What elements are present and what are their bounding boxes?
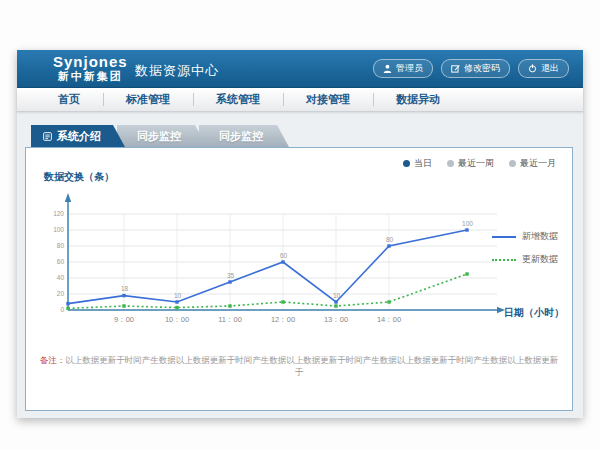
data-point (281, 300, 284, 303)
data-point (465, 272, 468, 275)
admin-user-label: 管理员 (396, 62, 423, 75)
logout-button[interactable]: 退出 (518, 59, 569, 78)
x-tick-label: 14：00 (377, 315, 401, 324)
data-point (228, 280, 231, 283)
x-tick-label: 12：00 (271, 315, 295, 324)
range-option-today-label: 当日 (414, 157, 432, 170)
page: Synjones 新中新集团 数据资源中心 管理员 修改密码 (0, 0, 600, 450)
nav-item-system-mgmt[interactable]: 系统管理 (193, 88, 283, 111)
logo-primary-text: Synjones (53, 53, 128, 70)
y-tick-label: 60 (57, 258, 65, 265)
tab-sync-monitor-2[interactable]: 同步监控 (199, 125, 289, 147)
footer-note-text: 以上数据更新于时间产生数据以上数据更新于时间产生数据以上数据更新于时间产生数据以… (65, 355, 558, 377)
x-tick-label: 9：00 (114, 315, 134, 324)
data-point (66, 302, 69, 305)
change-password-label: 修改密码 (464, 62, 500, 75)
range-option-last-week[interactable]: 最近一周 (447, 157, 494, 170)
radio-dot (447, 160, 454, 167)
legend-line-solid (492, 236, 516, 238)
app-window: Synjones 新中新集团 数据资源中心 管理员 修改密码 (17, 50, 583, 418)
y-tick-label: 80 (57, 242, 65, 249)
data-point-label: 18 (121, 285, 129, 292)
tab-bar: 系统介绍 同步监控 同步监控 (31, 125, 289, 147)
legend-item-updated-data: 更新数据 (492, 253, 558, 266)
nav-item-interface-mgmt[interactable]: 对接管理 (283, 88, 373, 111)
chart-x-axis-title: 日期（小时） (504, 306, 564, 320)
tab-sync-monitor-1-label: 同步监控 (137, 130, 181, 142)
header-actions: 管理员 修改密码 退出 (373, 59, 569, 78)
logo-secondary-text: 新中新集团 (53, 70, 128, 83)
y-tick-label: 120 (53, 210, 64, 217)
data-point-label: 100 (462, 220, 473, 227)
data-point (66, 307, 69, 310)
nav-item-home[interactable]: 首页 (35, 88, 103, 111)
data-point (334, 304, 337, 307)
range-option-today[interactable]: 当日 (403, 157, 432, 170)
data-point-label: 10 (174, 292, 182, 299)
company-logo[interactable]: Synjones 新中新集团 (53, 53, 128, 83)
x-tick-label: 13：00 (324, 315, 348, 324)
range-option-last-month[interactable]: 最近一月 (509, 157, 556, 170)
tab-system-intro-label: 系统介绍 (57, 125, 101, 147)
admin-user-button[interactable]: 管理员 (373, 59, 433, 78)
legend-line-dotted (492, 259, 516, 261)
user-icon (383, 64, 392, 73)
data-point-label: 80 (386, 236, 394, 243)
data-point (175, 300, 178, 303)
data-point (228, 304, 231, 307)
logout-label: 退出 (541, 62, 559, 75)
y-tick-label: 40 (57, 274, 65, 281)
data-point-label: 10 (333, 292, 341, 299)
footer-note: 备注：以上数据更新于时间产生数据以上数据更新于时间产生数据以上数据更新于时间产生… (36, 354, 562, 378)
content-area: 系统介绍 同步监控 同步监控 当日 最近一周 (17, 112, 583, 417)
data-point (387, 300, 390, 303)
app-header: Synjones 新中新集团 数据资源中心 管理员 修改密码 (17, 50, 583, 88)
y-tick-label: 20 (57, 290, 65, 297)
x-tick-label: 11：00 (218, 315, 242, 324)
edit-icon (451, 64, 460, 73)
document-icon (43, 132, 52, 141)
change-password-button[interactable]: 修改密码 (441, 59, 510, 78)
main-nav: 首页 标准管理 系统管理 对接管理 数据异动 (17, 88, 583, 112)
chart-panel: 当日 最近一周 最近一月 数据交换（条） 0204060801001209：00… (25, 147, 573, 411)
legend-new-data-label: 新增数据 (522, 230, 558, 243)
data-point (387, 244, 390, 247)
y-tick-label: 100 (53, 226, 64, 233)
data-point (281, 260, 284, 263)
data-point-label: 60 (280, 252, 288, 259)
power-icon (528, 64, 537, 73)
data-point (122, 294, 125, 297)
y-tick-label: 0 (60, 306, 64, 313)
footer-note-label: 备注： (40, 355, 66, 365)
data-point (122, 304, 125, 307)
tab-system-intro[interactable]: 系统介绍 (31, 125, 125, 147)
data-point-label: 35 (227, 272, 235, 279)
chart-legend: 新增数据 更新数据 (492, 230, 558, 266)
y-axis-arrow (65, 193, 71, 202)
tab-sync-monitor-2-label: 同步监控 (219, 130, 263, 142)
page-title: 数据资源中心 (135, 62, 219, 80)
time-range-selector: 当日 最近一周 最近一月 (403, 157, 556, 170)
data-point (465, 228, 468, 231)
range-option-last-week-label: 最近一周 (458, 157, 494, 170)
tab-sync-monitor-1[interactable]: 同步监控 (117, 125, 207, 147)
data-point (334, 300, 337, 303)
series-line-新增数据 (68, 230, 467, 304)
chart-y-axis-title: 数据交换（条） (44, 170, 114, 184)
nav-item-data-change[interactable]: 数据异动 (373, 88, 463, 111)
data-point (175, 306, 178, 309)
legend-item-new-data: 新增数据 (492, 230, 558, 243)
radio-dot (509, 160, 516, 167)
line-chart: 0204060801001209：0010：0011：0012：0013：001… (52, 186, 522, 336)
range-option-last-month-label: 最近一月 (520, 157, 556, 170)
legend-updated-data-label: 更新数据 (522, 253, 558, 266)
x-tick-label: 10：00 (165, 315, 189, 324)
radio-dot (403, 160, 410, 167)
nav-item-standard-mgmt[interactable]: 标准管理 (103, 88, 193, 111)
